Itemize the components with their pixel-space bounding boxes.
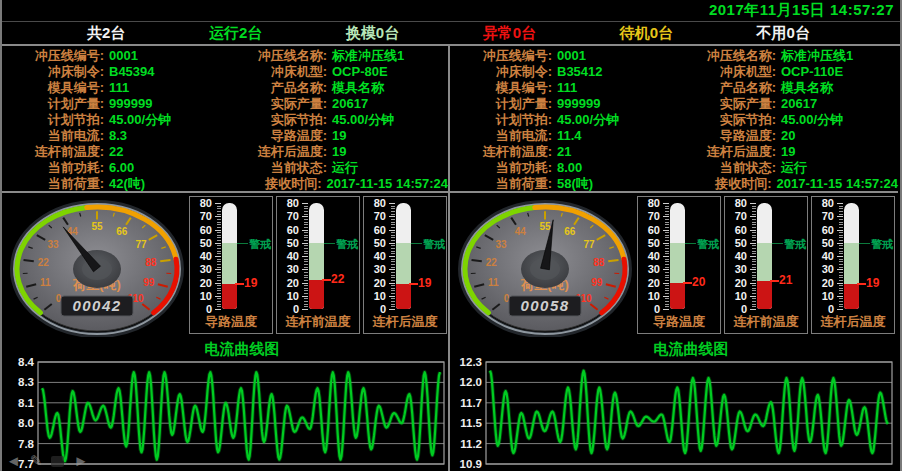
scale-tick <box>839 206 843 207</box>
scale-tick <box>389 283 395 284</box>
scale-tick <box>839 232 843 233</box>
y-tick-label: 11.5 <box>460 417 482 429</box>
scale-tick <box>389 269 395 270</box>
scale-tick <box>665 248 669 249</box>
scale-tick <box>217 264 221 265</box>
scale-tick <box>217 214 221 215</box>
scale-tick <box>752 301 756 302</box>
current-chart-panel: 电流曲线图 12.312.011.711.511.210.9 <box>450 339 898 471</box>
info-value: B45394 <box>109 64 155 80</box>
svg-text:11: 11 <box>40 277 51 288</box>
scale-tick <box>752 211 756 212</box>
scale-number: 50 <box>192 238 212 248</box>
info-label: 实际产量: <box>674 96 776 112</box>
svg-text:99: 99 <box>591 277 603 288</box>
thermo-tube <box>309 203 324 309</box>
scale-tick <box>217 293 221 294</box>
scale-tick <box>391 280 395 281</box>
info-row: 连杆后温度:19 <box>225 144 448 160</box>
info-label: 连杆后温度: <box>674 144 776 160</box>
status-item-1: 运行2台 <box>209 24 262 43</box>
value-label: 21 <box>779 274 792 286</box>
scale-tick <box>665 272 669 273</box>
value-label: 19 <box>418 277 431 289</box>
scale-tick <box>391 301 395 302</box>
info-value: 999999 <box>109 96 152 112</box>
svg-text:33: 33 <box>47 239 59 250</box>
scale-number: 40 <box>727 251 747 261</box>
scale-number: 60 <box>640 225 660 235</box>
scale-tick <box>217 304 221 305</box>
scale-tick <box>750 309 756 310</box>
scale-tick <box>391 306 395 307</box>
y-tick-label: 10.9 <box>460 458 482 470</box>
scale-tick <box>839 304 843 305</box>
scale-tick <box>391 227 395 228</box>
svg-text:33: 33 <box>495 239 507 250</box>
scale-tick <box>217 235 221 236</box>
info-row: 冲压线编号:0001 <box>450 48 674 64</box>
scale-number: 30 <box>279 264 299 274</box>
scale-number: 10 <box>727 291 747 301</box>
scale-tick <box>391 232 395 233</box>
value-marker <box>322 279 331 281</box>
scale-number: 40 <box>279 251 299 261</box>
scale-tick <box>752 290 756 291</box>
scale-tick <box>217 224 221 225</box>
info-value: OCP-110E <box>781 64 843 80</box>
scale-number: 10 <box>366 291 386 301</box>
forward-arrow-icon[interactable]: ► <box>73 454 88 468</box>
info-row: 计划节拍:45.00/分钟 <box>2 112 225 128</box>
info-label: 计划节拍: <box>2 112 104 128</box>
scale-tick <box>839 290 843 291</box>
scale-number: 20 <box>366 278 386 288</box>
info-label: 冲床制令: <box>2 64 104 80</box>
y-tick-label: 8.0 <box>18 417 34 429</box>
scale-tick <box>752 208 756 209</box>
scale-tick <box>839 298 843 299</box>
scale-tick <box>837 243 843 244</box>
scale-tick <box>837 216 843 217</box>
back-arrow-icon[interactable]: ◄ <box>6 454 21 468</box>
scale-tick <box>304 275 308 276</box>
scale-tick <box>217 275 221 276</box>
scale-tick <box>839 224 843 225</box>
scale-number: 30 <box>814 264 834 274</box>
y-tick-label: 8.1 <box>18 397 35 409</box>
y-tick-label: 12.3 <box>460 358 482 368</box>
scale-tick <box>665 222 669 223</box>
scale-tick <box>215 269 221 270</box>
scale-tick <box>217 222 221 223</box>
scale-tick <box>839 248 843 249</box>
scale-tick <box>304 285 308 286</box>
pencil-icon[interactable]: ✎ <box>30 454 43 468</box>
scale-tick <box>304 304 308 305</box>
scale-tick <box>217 240 221 241</box>
thermo-tube <box>396 203 411 309</box>
thermometer-rod-front-temp: 01020304050607080警戒22连杆前温度 <box>276 196 360 334</box>
info-label: 冲压线名称: <box>225 48 327 64</box>
warning-label: 警戒 <box>423 237 445 252</box>
scale-tick <box>304 290 308 291</box>
scale-tick <box>217 259 221 260</box>
window-icon[interactable] <box>51 456 64 467</box>
scale-tick <box>302 309 308 310</box>
scale-tick <box>839 253 843 254</box>
scale-tick <box>752 264 756 265</box>
info-label: 产品名称: <box>225 80 327 96</box>
scale-number: 30 <box>727 264 747 274</box>
scale-tick <box>839 275 843 276</box>
scale-tick <box>302 256 308 257</box>
scale-tick <box>217 232 221 233</box>
scale-number: 80 <box>640 198 660 208</box>
status-bar: 共2台运行2台换模0台异常0台待机0台不用0台 <box>2 22 900 46</box>
scale-number: 70 <box>814 211 834 221</box>
scale-number: 60 <box>192 225 212 235</box>
y-tick-label: 11.2 <box>460 438 482 450</box>
scale-tick <box>750 256 756 257</box>
warning-line <box>859 243 870 244</box>
scale-tick <box>752 214 756 215</box>
info-row: 当前电流:11.4 <box>450 128 674 144</box>
current-curve-chart: 12.312.011.711.511.210.9 <box>450 358 898 470</box>
info-row: 实际产量:20617 <box>674 96 898 112</box>
